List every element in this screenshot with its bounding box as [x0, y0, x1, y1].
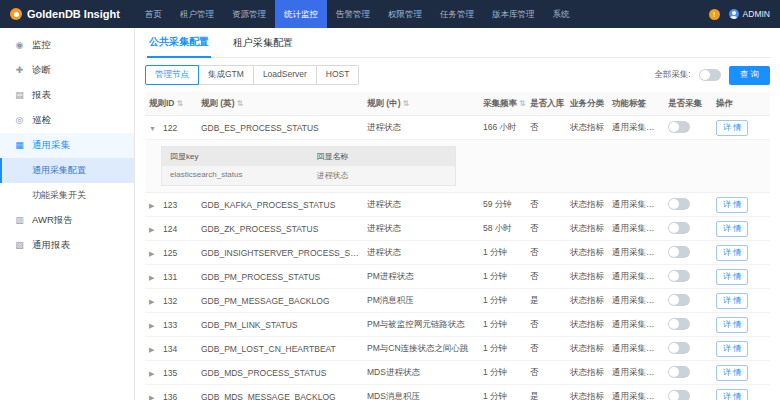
column-header: 功能标签: [608, 98, 664, 110]
sort-icon[interactable]: ⇅: [519, 99, 526, 108]
diagnose-icon: ✚: [14, 66, 25, 75]
expand-caret-icon[interactable]: ▶: [149, 322, 157, 330]
app-logo-icon: [10, 8, 22, 20]
rule-id: 133: [163, 320, 177, 330]
detail-button[interactable]: 详 情: [716, 245, 748, 261]
all-collect-toggle[interactable]: [699, 69, 721, 81]
sidebar-item-label: AWR报告: [32, 214, 73, 227]
detail-button[interactable]: 详 情: [716, 341, 748, 357]
top-nav-item[interactable]: 权限管理: [379, 0, 431, 28]
echo-sub-table: 回显key回显名称elasticsearch_status进程状态: [161, 146, 456, 186]
expand-caret-icon[interactable]: ▶: [149, 202, 157, 210]
rule-name-cn: 进程状态: [363, 223, 479, 235]
column-header[interactable]: 是否入库⇅: [526, 98, 566, 110]
top-nav-item[interactable]: 系统: [543, 0, 578, 28]
node-type-tab[interactable]: 管理节点: [145, 65, 199, 85]
expand-caret-icon[interactable]: ▶: [149, 298, 157, 306]
detail-button[interactable]: 详 情: [716, 317, 748, 333]
detail-button[interactable]: 详 情: [716, 120, 748, 136]
collect-toggle[interactable]: [668, 366, 690, 378]
sidebar-subitem[interactable]: 通用采集配置: [0, 158, 134, 183]
notification-icon[interactable]: [709, 9, 720, 20]
collect-toggle[interactable]: [668, 270, 690, 282]
expand-caret-icon[interactable]: ▶: [149, 346, 157, 354]
sort-icon[interactable]: ⇅: [403, 99, 410, 108]
collect-toggle[interactable]: [668, 198, 690, 210]
top-nav-item[interactable]: 首页: [136, 0, 171, 28]
store-flag: 否: [526, 319, 566, 331]
user-menu[interactable]: ADMIN: [729, 9, 770, 19]
node-type-tabs: 管理节点集成GTMLoadServerHOST: [145, 65, 359, 85]
rule-name-en: GDB_ZK_PROCESS_STATUS: [197, 224, 363, 234]
biz-category: 状态指标: [566, 343, 608, 355]
rule-id: 131: [163, 272, 177, 282]
rule-name-cn: MDS进程状态: [363, 367, 479, 379]
expand-caret-icon[interactable]: ▶: [149, 394, 157, 400]
awr-report-icon: ▥: [14, 216, 25, 225]
collect-frequency: 1 分钟: [479, 247, 526, 259]
detail-button[interactable]: 详 情: [716, 221, 748, 237]
detail-button[interactable]: 详 情: [716, 293, 748, 309]
node-type-tab[interactable]: LoadServer: [254, 65, 317, 85]
rule-name-en: GDB_INSIGHTSERVER_PROCESS_STATUS: [197, 248, 363, 258]
sidebar-item[interactable]: ◎巡检: [0, 108, 134, 133]
detail-button[interactable]: 详 情: [716, 365, 748, 381]
main-content: 公共采集配置租户采集配置 管理节点集成GTMLoadServerHOST 全部采…: [135, 28, 780, 400]
rule-name-cn: 进程状态: [363, 122, 479, 134]
expand-caret-icon[interactable]: ▶: [149, 226, 157, 234]
top-nav-item[interactable]: 统计监控: [275, 0, 327, 28]
top-nav-item[interactable]: 资源管理: [223, 0, 275, 28]
collect-toggle[interactable]: [668, 342, 690, 354]
sidebar-subitem[interactable]: 功能采集开关: [0, 183, 134, 208]
function-tag: 通用采集指标: [608, 319, 664, 331]
expand-caret-icon[interactable]: ▼: [149, 125, 157, 132]
top-nav-item[interactable]: 告警管理: [327, 0, 379, 28]
column-header[interactable]: 规则ID⇅: [145, 98, 197, 110]
top-nav-item[interactable]: 任务管理: [431, 0, 483, 28]
column-header[interactable]: 采集频率⇅: [479, 98, 526, 110]
detail-button[interactable]: 详 情: [716, 269, 748, 285]
collect-toggle[interactable]: [668, 121, 690, 133]
expand-caret-icon[interactable]: ▶: [149, 274, 157, 282]
top-nav-item[interactable]: 版本库管理: [483, 0, 544, 28]
rule-id: 122: [163, 123, 177, 133]
table-row: ▶133GDB_PM_LINK_STATUSPM与被监控网元链路状态1 分钟否状…: [145, 313, 770, 337]
biz-category: 状态指标: [566, 271, 608, 283]
sidebar-item[interactable]: ▥AWR报告: [0, 208, 134, 233]
query-button[interactable]: 查 询: [729, 66, 770, 85]
column-label: 规则 (英): [201, 98, 235, 110]
config-tabs: 公共采集配置租户采集配置: [145, 28, 770, 58]
sidebar-item[interactable]: ◉监控: [0, 33, 134, 58]
function-tag: 通用采集指标: [608, 295, 664, 307]
sidebar-item[interactable]: ▧通用报表: [0, 233, 134, 258]
table-row: ▶134GDB_PM_LOST_CN_HEARTBEATPM与CN连接状态之间心…: [145, 337, 770, 361]
collect-toggle[interactable]: [668, 222, 690, 234]
sidebar-item[interactable]: ✚诊断: [0, 58, 134, 83]
rule-name-en: GDB_PM_LOST_CN_HEARTBEAT: [197, 344, 363, 354]
function-tag: 通用采集指标: [608, 343, 664, 355]
top-nav-item[interactable]: 租户管理: [171, 0, 223, 28]
store-flag: 否: [526, 247, 566, 259]
collect-toggle[interactable]: [668, 246, 690, 258]
column-header[interactable]: 规则 (中)⇅: [363, 98, 479, 110]
expand-caret-icon[interactable]: ▶: [149, 370, 157, 378]
sidebar-item[interactable]: ▦通用采集: [0, 133, 134, 158]
collect-toggle[interactable]: [668, 390, 690, 400]
node-type-tab[interactable]: 集成GTM: [199, 65, 254, 85]
expand-caret-icon[interactable]: ▶: [149, 250, 157, 258]
sidebar-item[interactable]: ▤报表: [0, 83, 134, 108]
sidebar-item-label: 通用报表: [32, 239, 70, 252]
sort-icon[interactable]: ⇅: [237, 99, 244, 108]
rule-name-en: GDB_MDS_PROCESS_STATUS: [197, 368, 363, 378]
collect-toggle[interactable]: [668, 318, 690, 330]
function-tag: 通用采集指标: [608, 122, 664, 134]
detail-button[interactable]: 详 情: [716, 389, 748, 400]
detail-button[interactable]: 详 情: [716, 197, 748, 213]
column-header[interactable]: 规则 (英)⇅: [197, 98, 363, 110]
config-tab[interactable]: 公共采集配置: [147, 35, 211, 58]
function-tag: 通用采集指标: [608, 271, 664, 283]
sort-icon[interactable]: ⇅: [177, 99, 184, 108]
config-tab[interactable]: 租户采集配置: [231, 36, 295, 57]
collect-toggle[interactable]: [668, 294, 690, 306]
node-type-tab[interactable]: HOST: [317, 65, 360, 85]
